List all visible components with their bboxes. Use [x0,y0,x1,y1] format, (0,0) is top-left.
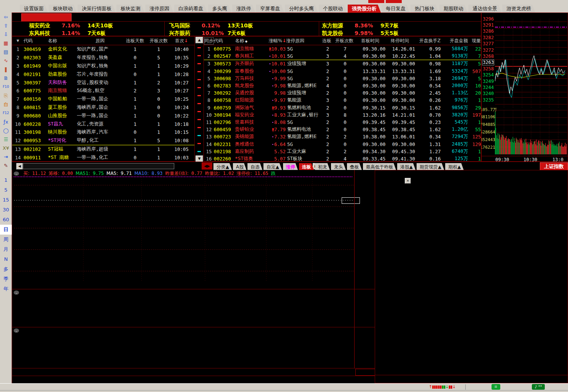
seg-tab-龙头[interactable]: 龙头 [331,163,346,171]
table-row[interactable]: 1300459金科文化知识产权,国产1110:40 [12,45,194,54]
up-icon[interactable]: ⇧ [0,21,12,30]
tab-游资龙虎榜[interactable]: 游资龙虎榜 [502,5,535,13]
col-header-开盘换手Z[interactable]: 开盘换手Z [415,38,441,44]
seg-tab-初龙[interactable]: 初龙 [315,163,330,171]
f12-icon[interactable]: F12 [0,109,12,117]
ime-tools-icon[interactable]: ♪ °° [532,384,545,390]
tab-个股联动[interactable]: 个股联动 [319,5,347,13]
table-row[interactable]: 7600150中国船舶一带一路,国企1010:25 [12,95,194,103]
tab-板块联动[interactable]: 板块联动 [49,5,77,13]
col-header-代码[interactable]: 代码 [24,38,48,44]
seg-scroll-icon[interactable]: ◀▶ [202,162,212,170]
close-icon[interactable]: × [405,178,411,184]
table-row[interactable]: 4002191劲嘉股份芯片,年度报告0110:28 [12,70,194,78]
tab-热门板块[interactable]: 热门板块 [410,5,439,13]
tab-窄屏看盘[interactable]: 窄屏看盘 [256,5,284,13]
col-header-代码[interactable]: 代码 [214,38,235,44]
collapse-icon[interactable]: ⌄ [14,290,19,295]
hscroll-left-icon[interactable]: ◀ [16,163,23,170]
doc-icon[interactable]: 🗎 [0,74,12,83]
tab-期股联动[interactable]: 期股联动 [439,5,468,13]
edit-icon[interactable]: ✎ [0,161,12,170]
index-button[interactable]: 上证指数 [540,162,568,171]
alert-item[interactable]: 东方能源8.36%9天7板 [322,22,398,29]
seg-tab-最高低于昨板[interactable]: 最高低于昨板 [363,163,396,171]
period-1[interactable]: 1 [0,175,12,185]
period-60[interactable]: 60 [0,215,12,225]
flow-icon[interactable]: ⎘ [0,91,12,100]
col-header-开板次数[interactable]: 开板次数 [147,38,170,44]
table-row[interactable]: 10600228ST昌九化工,壳资源1110:18 [12,120,194,128]
alert-badge[interactable] [21,13,72,22]
table-row[interactable]: 6002783凯龙股份·9.98氢能源,燃料E4009.30.0009.30.0… [204,82,481,89]
col-header-首次[interactable]: 首次↓ [170,38,193,44]
seg-tab-期货现货▲[interactable]: 期货现货▲ [417,163,444,171]
seg-tab-连板[interactable]: 连板 [299,163,314,171]
col-header-现量[interactable]: 现量 [468,38,481,44]
xy-icon[interactable]: X¥ [0,144,12,152]
index-chart[interactable] [495,19,567,155]
table-row[interactable]: 14002231奥维通信·6.645G2009.30.0009.30.001.3… [204,140,481,148]
scroll-up-icon[interactable]: ▲ [196,37,203,43]
col-header-开盘金额[interactable]: 开盘金额 [441,38,468,44]
custom-icon[interactable]: 自 [0,100,12,109]
table-row[interactable]: 5300397天和防务空运,股权变动1210:27 [12,78,194,87]
period-周[interactable]: 周 [0,235,12,244]
tab-每日复盘[interactable]: 每日复盘 [382,5,410,13]
back-icon[interactable]: ⇦ [0,13,12,21]
table-row[interactable]: 4300299富春股份·10.005G2013.33.3113.33.311.6… [204,68,481,75]
col-header-同步[interactable]: 同步 [204,37,214,44]
table-row[interactable]: 12600459贵研铂业Ṛ7.79氢燃料电池2009.38.4509.38.45… [204,126,481,133]
period-年[interactable]: 年 [0,284,12,294]
seg-tab-自选[interactable]: 自选 [247,163,263,171]
taskbar-sliver[interactable] [0,390,568,392]
col-header-名称[interactable]: 名称 ● [235,38,262,44]
seg-tab-期权▲[interactable]: 期权▲ [445,163,464,171]
period-N[interactable]: N [0,254,12,264]
tab-决策行情面板[interactable]: 决策行情面板 [78,5,116,13]
table-row[interactable]: 8600815厦工股份海峡西岸,国企1010:24 [12,103,194,112]
table-row[interactable]: 3300573兴齐眼药·10.01业绩预增3009.30.0009.30.000… [204,60,481,67]
list-icon[interactable]: ☰ [0,135,12,144]
col-header-涨幅%[interactable]: 涨幅%↓ [262,38,286,44]
period-月[interactable]: 月 [0,244,12,254]
table-row[interactable]: 7300292吴通控股9.98业绩预增2009.30.0009.30.002.4… [204,89,481,97]
table-row[interactable]: 13000723美锦能源·7.32氢能源,燃料E2210.38.0013.06.… [204,133,481,140]
seg-tab-分类▲[interactable]: 分类▲ [213,163,232,171]
seg-tab-自定▲[interactable]: 自定▲ [263,163,282,171]
table-row[interactable]: 9600759洲际油气Ṛ9.93氢燃料电池2009.30.1509.30.151… [204,104,481,111]
table-row[interactable]: 13002102ST冠福海峡西岸,超级1110:05 [12,145,194,154]
down-icon[interactable]: ⇩ [0,30,12,39]
col-header-涨停原因[interactable]: 涨停原因 [286,38,320,44]
tab-涨跌停[interactable]: 涨跌停 [232,5,255,13]
table-row[interactable]: 6600775南京熊猫5G概念,航空2310:27 [12,87,194,95]
table-row[interactable]: 11300198纳川股份海峡西岸,汽车0110:15 [12,128,194,136]
tab-分时多头鹰[interactable]: 分时多头鹰 [285,5,318,13]
table-row[interactable]: 10300194福安药业·8.93工业大麻,银行3813.20.1614.21.… [204,111,481,119]
col-header-名称[interactable]: 名称 [48,38,77,44]
table-row[interactable]: 15002198嘉应制药5.52工业大麻2209.34.3009.45.301.… [204,148,481,155]
period-label[interactable] [355,369,375,376]
tab-白浪屿看盘[interactable]: 白浪屿看盘 [174,5,207,13]
alert-item[interactable]: 飞马国际0.12%13天10板 [169,22,253,29]
period-多[interactable]: 多 [0,264,12,274]
col-header-原因[interactable]: 原因 [77,38,123,44]
seg-tab-港股▲[interactable]: 港股▲ [397,163,416,171]
transfer-icon[interactable]: ⇥ [0,152,12,161]
period-15[interactable]: 15 [0,195,12,205]
circle-icon[interactable]: ◯ [0,126,12,135]
seg-tab-叠板[interactable]: 叠板 [347,163,362,171]
table-row[interactable]: 9000680山推股份一带一路,国企1010:22 [12,111,194,120]
table-row[interactable]: 8600758红阳能源·9.97氢能源3009.30.0009.30.000.2… [204,97,481,104]
kline-chart[interactable] [14,178,354,281]
menu-bar[interactable] [0,0,568,3]
tab-板块监测[interactable]: 板块监测 [116,5,145,13]
table-row[interactable]: 3601949中国出版知识产权,独角1110:29 [12,62,194,70]
tab-涨停原因[interactable]: 涨停原因 [145,5,173,13]
table-scrollbar[interactable]: ▲ ▼ [195,36,204,162]
tab-强势股分析[interactable]: 强势股分析 [348,5,381,13]
hscroll-track[interactable] [23,163,174,169]
table-row[interactable]: 14000911*ST 南糖一带一路,化工0110:03 [12,153,194,162]
col-header-首板时间[interactable]: 首板时间 [355,38,385,44]
table-row[interactable]: 2002303美盈森年度报告,独角0510:35 [12,54,194,62]
